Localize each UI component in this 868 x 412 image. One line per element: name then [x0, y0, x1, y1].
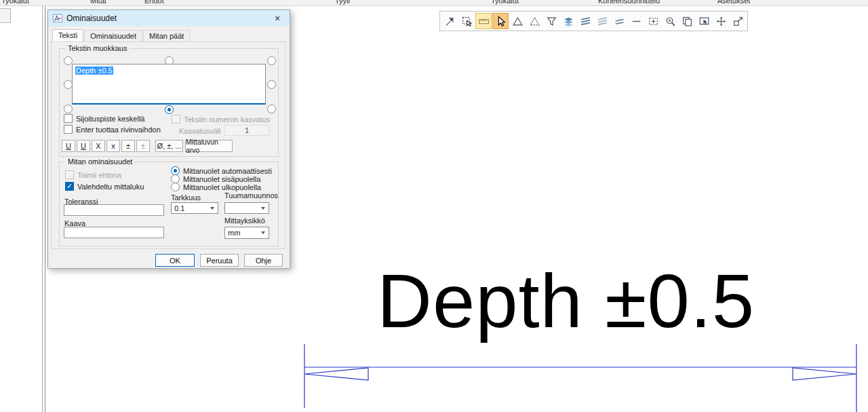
- triangle-icon[interactable]: [509, 13, 526, 29]
- cancel-button[interactable]: Peruuta: [200, 254, 239, 267]
- screen-pick-icon[interactable]: [696, 13, 712, 29]
- precision-label: Tarkkuus: [171, 193, 201, 202]
- center-placement-checkbox[interactable]: [64, 114, 73, 123]
- menu-item-tyyli[interactable]: Tyyli: [335, 0, 350, 5]
- dimension-props-legend: Mitan ominaisuudet: [65, 157, 135, 166]
- copy-view-icon[interactable]: [679, 13, 695, 29]
- symbols-button[interactable]: Ø, ±, ...: [155, 140, 183, 152]
- strike-upper-button[interactable]: X: [92, 140, 105, 152]
- radio-row-arrows-outside[interactable]: Mittanuolet ulkopuolella: [171, 183, 261, 191]
- filter-icon[interactable]: [543, 13, 559, 29]
- checkbox-row-condition: Toimii ehtona: [65, 170, 121, 179]
- inch-conversion-label: Tuumamuunnos: [224, 191, 278, 200]
- layers-mid-icon[interactable]: [577, 13, 593, 29]
- svg-text:A: A: [54, 15, 59, 22]
- thin-line-icon[interactable]: [628, 13, 644, 29]
- arrows-outside-label: Mittanuolet ulkopuolella: [183, 183, 261, 191]
- formula-field[interactable]: [64, 227, 164, 238]
- enter-linebreak-checkbox[interactable]: [64, 125, 73, 134]
- tab-teksti[interactable]: Teksti: [52, 29, 83, 42]
- select-area-icon[interactable]: [645, 13, 661, 29]
- pin-icon[interactable]: [441, 13, 458, 29]
- unit-label: Mittayksikkö: [224, 217, 265, 225]
- menu-item-mitat[interactable]: Mitat: [90, 0, 106, 5]
- tab-mitan-paat[interactable]: Mitan päät: [143, 30, 190, 42]
- help-button[interactable]: Ohje: [244, 254, 283, 267]
- ruler-icon[interactable]: [475, 13, 492, 29]
- fake-value-checkbox[interactable]: [65, 182, 74, 191]
- underline2-button[interactable]: U: [77, 140, 90, 152]
- unit-combo[interactable]: mm: [224, 227, 269, 239]
- layers-back-icon[interactable]: [594, 13, 610, 29]
- layers-front-icon[interactable]: [560, 13, 576, 29]
- underline-button[interactable]: U: [62, 140, 75, 152]
- move-axes-icon[interactable]: [713, 13, 729, 29]
- left-panel: [0, 6, 43, 412]
- checkbox-row-enter[interactable]: Enter tuottaa rivinvaihdon: [64, 125, 161, 134]
- properties-icon: A: [53, 14, 62, 23]
- unit-value: mm: [228, 229, 240, 237]
- increment-interval-field: 1: [224, 125, 269, 136]
- menu-item-koneensuunnittelu[interactable]: Koneensuunnittelu: [598, 0, 660, 5]
- increment-interval-label: Kasvatusväli: [179, 127, 221, 135]
- number-increment-label: Tekstin numeron kasvatus: [184, 115, 270, 124]
- tolerance-field[interactable]: [64, 204, 164, 216]
- arrows-inside-label: Mittanuolet sisäpuolella: [183, 175, 260, 183]
- measure-value-button[interactable]: Mittaluvun arvo: [185, 140, 233, 152]
- ok-button[interactable]: OK: [155, 254, 195, 267]
- text-edit-group: Tekstin muokkaus Depth ±0.5 Sijoituspist…: [59, 48, 279, 157]
- left-panel-tab[interactable]: [0, 8, 11, 23]
- left-panel-divider: [45, 6, 45, 412]
- menu-item-tyokalut-1[interactable]: Työkalut: [1, 0, 29, 5]
- cursor-icon[interactable]: [492, 13, 509, 29]
- increment-interval-value: 1: [245, 126, 249, 134]
- anchor-radio-top-right[interactable]: [267, 56, 276, 65]
- precision-value: 0.1: [174, 204, 184, 212]
- arrows-auto-label: Mittanuolet automaattisesti: [183, 167, 272, 175]
- condition-checkbox: [65, 170, 74, 179]
- triangle-dashed-icon[interactable]: [526, 13, 542, 29]
- menu-item-tyokalut-2[interactable]: Työkalut: [491, 0, 519, 5]
- menu-item-asetukset[interactable]: Asetukset: [717, 0, 750, 5]
- close-icon[interactable]: ×: [270, 12, 285, 25]
- dialog-titlebar[interactable]: A Ominaisuudet ×: [48, 10, 290, 26]
- anchor-radio-middle-right[interactable]: [267, 80, 276, 89]
- plusminus-button[interactable]: ±: [121, 140, 135, 152]
- selected-text: Depth ±0.5: [75, 67, 113, 75]
- select-box-icon[interactable]: [458, 13, 475, 29]
- condition-label: Toimii ehtona: [77, 171, 121, 179]
- plusminus-alt-button[interactable]: ±: [136, 140, 150, 152]
- checkbox-row-fake-value[interactable]: Valehdeltu mittaluku: [65, 182, 144, 191]
- checkbox-row-increment: Tekstin numeron kasvatus: [172, 115, 270, 124]
- dimension-text-input[interactable]: Depth ±0.5: [72, 64, 266, 105]
- dialog-tabs: Teksti Ominaisuudet Mitan päät: [52, 31, 191, 42]
- export-view-icon[interactable]: [730, 13, 746, 29]
- hatch-lines-icon[interactable]: [611, 13, 627, 29]
- menubar: Työkalut Mitat Ehdot Tyyli Työkalut Kone…: [0, 0, 868, 6]
- arrowhead-right: [793, 368, 856, 380]
- fake-value-label: Valehdeltu mittaluku: [77, 183, 144, 191]
- anchor-radio-bottom-left[interactable]: [64, 105, 73, 113]
- precision-combo[interactable]: 0.1: [171, 202, 218, 214]
- text-edit-group-legend: Tekstin muokkaus: [65, 44, 130, 52]
- inch-conversion-combo[interactable]: [224, 202, 269, 214]
- enter-linebreak-label: Enter tuottaa rivinvaihdon: [76, 126, 161, 134]
- center-placement-label: Sijoituspiste keskellä: [76, 115, 145, 123]
- checkbox-row-center[interactable]: Sijoituspiste keskellä: [64, 114, 145, 123]
- main-toolbar: [439, 11, 748, 31]
- number-increment-checkbox: [172, 115, 180, 124]
- dimension-props-group: Mitan ominaisuudet Toimii ehtona Valehde…: [59, 162, 279, 246]
- dialog-title: Ominaisuudet: [66, 14, 117, 23]
- strike-lower-button[interactable]: x: [106, 140, 120, 152]
- anchor-radio-bottom-right[interactable]: [267, 105, 276, 113]
- properties-dialog: A Ominaisuudet × Teksti Ominaisuudet Mit…: [47, 10, 290, 269]
- menu-item-ehdot[interactable]: Ehdot: [144, 0, 164, 5]
- arrows-outside-radio[interactable]: [171, 183, 180, 191]
- canvas-dimension-text[interactable]: Depth ±0.5: [377, 263, 755, 339]
- zoom-icon[interactable]: [662, 13, 678, 29]
- arrowhead-left: [304, 368, 368, 380]
- tab-ominaisuudet[interactable]: Ominaisuudet: [84, 30, 142, 42]
- anchor-radio-bottom-center[interactable]: [165, 105, 174, 114]
